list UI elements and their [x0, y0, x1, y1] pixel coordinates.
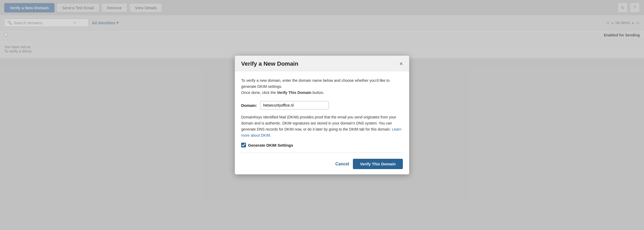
verify-domain-modal: Verify a New Domain × To verify a new do…	[235, 56, 409, 175]
modal-desc-part1: To verify a new domain, enter the domain…	[241, 78, 390, 89]
modal-title: Verify a New Domain	[241, 60, 298, 67]
modal-footer: Cancel Verify This Domain	[241, 158, 403, 169]
dkim-checkbox-label: Generate DKIM Settings	[248, 143, 293, 147]
cancel-button[interactable]: Cancel	[335, 162, 349, 166]
modal-desc-part2: Once done, click the	[241, 90, 277, 95]
modal-description: To verify a new domain, enter the domain…	[241, 78, 403, 96]
modal-divider	[241, 153, 403, 153]
domain-label: Domain:	[241, 103, 257, 108]
modal-close-button[interactable]: ×	[399, 61, 403, 67]
generate-dkim-checkbox[interactable]	[241, 143, 246, 147]
verify-this-domain-button[interactable]: Verify This Domain	[353, 159, 403, 169]
domain-field-row: Domain:	[241, 101, 403, 109]
modal-overlay: Verify a New Domain × To verify a new do…	[0, 0, 644, 230]
dkim-desc-text: DomainKeys Identified Mail (DKIM) provid…	[241, 115, 396, 131]
dkim-checkbox-row: Generate DKIM Settings	[241, 143, 403, 147]
modal-desc-bold: Verify This Domain	[277, 90, 311, 95]
dkim-description: DomainKeys Identified Mail (DKIM) provid…	[241, 114, 403, 138]
modal-desc-part3: button.	[311, 90, 324, 95]
modal-body: To verify a new domain, enter the domain…	[235, 71, 409, 175]
domain-input[interactable]	[260, 101, 329, 109]
modal-header: Verify a New Domain ×	[235, 56, 409, 71]
